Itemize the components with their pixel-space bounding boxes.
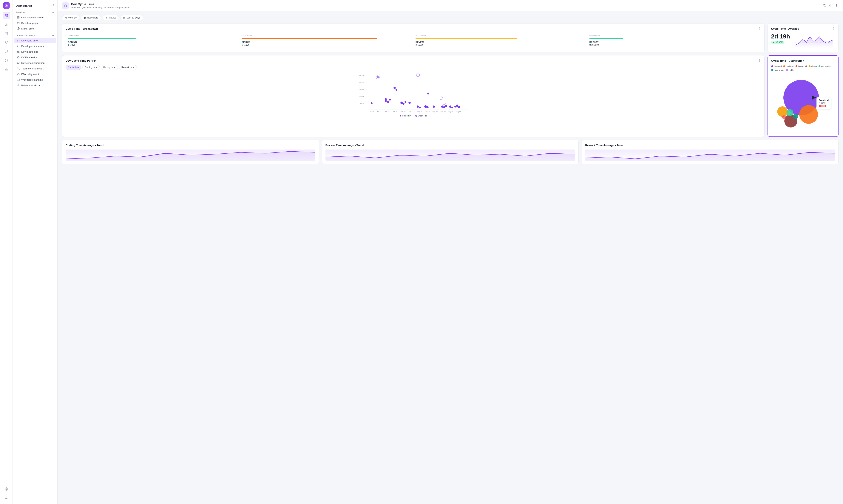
tab-pickup-time[interactable]: Pickup time [101,65,118,70]
scatter-menu-icon[interactable]: ⋮ [758,59,761,62]
nav-item-maker[interactable]: Maker time [14,26,56,31]
review-trend-menu[interactable]: ⋮ [572,143,575,147]
nav-item-throughput[interactable]: Dev throughput [14,20,56,26]
tab-coding-time[interactable]: Coding time [82,65,100,70]
tab-cycle-time[interactable]: Cycle time [66,65,81,70]
closed-pr-legend: Closed PR [400,114,412,117]
sidebar-alert-icon[interactable] [3,66,10,73]
favorite-icon[interactable] [823,4,827,7]
svg-point-76 [385,100,387,102]
metric-grid-icon [17,50,20,53]
svg-text:Aug 02: Aug 02 [425,111,430,112]
nav-item-label: Balance workload [21,84,41,87]
review-bar [415,38,517,39]
average-card-header: Cycle Time - Average ⋮ [771,27,835,31]
svg-rect-3 [6,16,7,17]
sidebar-task-icon[interactable] [3,30,10,37]
svg-point-108 [787,109,793,116]
review-trend-chart [325,149,575,161]
svg-line-15 [53,6,54,6]
distribution-menu-icon[interactable]: ⋮ [832,59,835,62]
nav-item-team-comm[interactable]: Team communicati ... [14,66,56,71]
legend-frontend: frontend [771,65,782,67]
legend-player: player [809,65,817,67]
closed-pr-dot [400,115,401,116]
average-menu-icon[interactable]: ⋮ [832,27,835,31]
sidebar-chat-icon[interactable] [3,48,10,55]
svg-point-109 [793,114,798,119]
repository-filter[interactable]: Repository [81,15,101,20]
nav-search-icon[interactable] [51,4,54,7]
svg-rect-24 [17,51,18,52]
profile-icon[interactable] [3,494,10,502]
team-icon [17,67,20,70]
filter-bar: View By Repository Metrics Last 30 Days [62,15,839,20]
breakdown-card-header: Cycle Time - Breakdown ⋮ [66,27,761,31]
sidebar-grid-icon[interactable] [3,12,10,19]
nav-item-review-collab[interactable]: Review collaboration [14,60,56,66]
scatter-card: Dev Cycle Time Per PR ⋮ Cycle time Codin… [62,55,764,137]
svg-point-84 [409,102,411,104]
coding-name: CODING [68,41,237,43]
nav-item-balance[interactable]: Balance workload [14,83,56,88]
svg-point-80 [396,89,397,91]
svg-rect-26 [17,52,18,53]
distribution-card: Cycle Time - Distribution ⋮ frontend bac… [768,55,839,137]
bubble-chart: Frontend 4 days HIGH [771,73,835,133]
svg-rect-20 [17,22,19,24]
pickup-stage: PR Created PICKUP 3 Days [240,33,413,48]
review-mini-svg [325,149,575,161]
nav-item-label: Dev throughput [21,22,38,24]
svg-point-37 [65,17,66,18]
nav-item-label: Dev metric grid [21,50,38,53]
nav-item-workforce[interactable]: Workforce planning [14,77,56,83]
link-icon[interactable] [829,4,832,7]
metrics-label: Metrics [109,16,116,19]
tab-rework-time[interactable]: Rework time [119,65,137,70]
nav-item-overview[interactable]: Overview dashboard [14,15,56,20]
svg-point-78 [389,99,391,101]
review-trend-header: Review Time Average - Trend ⋮ [325,143,575,147]
sidebar-chart-icon[interactable] [3,21,10,29]
svg-point-92 [443,106,445,108]
player-dot [809,65,810,67]
nav-item-dev-metric[interactable]: Dev metric grid [14,49,56,54]
pickup-name: PICKUP [242,41,411,43]
svg-point-105 [799,105,818,124]
dashboard-icon [17,21,20,24]
average-value-section: 2d 19h ▼ 32.90% [771,33,790,44]
svg-text:Jul 26: Jul 26 [369,111,374,112]
settings-icon[interactable] [3,485,10,493]
date-range-filter[interactable]: Last 30 Days [121,15,143,20]
svg-point-96 [454,106,456,108]
page-title: Dev Cycle Time [71,2,130,6]
legend-backend: backend [783,65,794,67]
average-card-title: Cycle Time - Average [771,27,799,30]
average-card: Cycle Time - Average ⋮ 2d 19h ▼ 32.90% [768,23,839,52]
balance-icon [17,84,20,87]
sidebar-box-icon[interactable] [3,57,10,64]
nav-item-dev-cycle-time[interactable]: Dev cycle time [14,38,56,43]
svg-point-82 [402,103,405,105]
rework-trend-chart [585,149,835,161]
review-trend-title: Review Time Average - Trend [325,144,364,147]
nav-item-label: Maker time [21,27,34,30]
view-by-filter[interactable]: View By [62,15,80,20]
coding-trend-menu[interactable]: ⋮ [312,143,315,147]
review-value: 2 Days [415,43,585,46]
svg-point-14 [52,4,54,6]
svg-text:Jul 31: Jul 31 [409,111,413,112]
more-options-icon[interactable] [835,4,839,7]
topbar: Dev Cycle Time Track PR cycle times to i… [57,0,843,12]
rework-trend-menu[interactable]: ⋮ [832,143,835,147]
breakdown-menu-icon[interactable]: ⋮ [758,27,761,31]
scatter-card-title: Dev Cycle Time Per PR [66,59,96,62]
nav-item-dora[interactable]: DORA metrics [14,54,56,60]
breakdown-card-title: Cycle Time - Breakdown [66,27,98,30]
metrics-filter[interactable]: Metrics [103,15,119,20]
nav-item-developer-summary[interactable]: Developer summary [14,43,56,49]
sidebar-trophy-icon[interactable] [3,39,10,46]
topbar-left: Dev Cycle Time Track PR cycle times to i… [62,2,130,9]
nav-item-effort[interactable]: Effort alignment [14,71,56,77]
prebuilt-section: Prebuilt Dashboards [13,33,57,38]
